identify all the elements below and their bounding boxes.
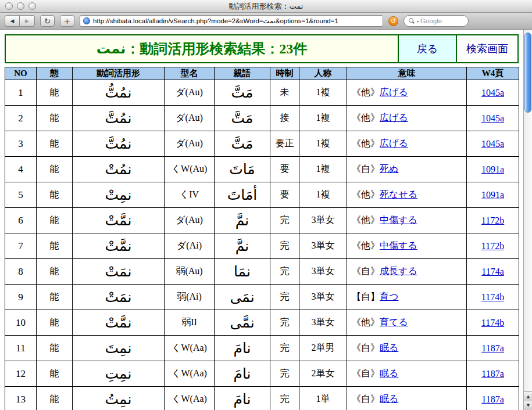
scroll-down-icon: ▼ bbox=[527, 403, 530, 408]
meaning-link[interactable]: 死ぬ bbox=[380, 164, 398, 174]
vertical-scrollbar[interactable]: ▲ ▼ bbox=[523, 30, 532, 410]
page-link[interactable]: 1174b bbox=[481, 318, 504, 328]
search-dropdown-chevron-icon[interactable]: ▾ bbox=[417, 19, 419, 23]
meaning-link[interactable]: 育てる bbox=[380, 317, 408, 327]
cell-meaning: 《他》広げる bbox=[347, 131, 467, 157]
cell-voice: 能 bbox=[37, 131, 73, 157]
meaning-link[interactable]: 広げる bbox=[380, 87, 408, 97]
cell-page: 1091a bbox=[467, 182, 519, 208]
cell-meaning: 《他》死なせる bbox=[347, 182, 467, 208]
search-screen-button[interactable]: 検索画面 bbox=[456, 35, 517, 62]
cell-verb-form: نمِتُ bbox=[73, 387, 165, 410]
scroll-up-button[interactable]: ▲ bbox=[524, 392, 532, 401]
cell-parent-word: نمَّى bbox=[215, 310, 270, 336]
cell-page: 1187a bbox=[467, 336, 519, 361]
cell-type: くW(Aa) bbox=[165, 336, 215, 361]
cell-person: 2単女 bbox=[299, 361, 347, 387]
page-link[interactable]: 1172b bbox=[481, 241, 504, 251]
window-titlebar[interactable]: 動詞活用形検索：نمت bbox=[0, 0, 532, 13]
meaning-link[interactable]: 広げる bbox=[380, 138, 408, 148]
meaning-link[interactable]: 中傷する bbox=[380, 240, 417, 250]
search-input[interactable] bbox=[420, 17, 459, 24]
cell-person: 3単女 bbox=[299, 233, 347, 259]
cell-meaning: 《自》眠る bbox=[347, 336, 467, 361]
cell-verb-form: نمِتْ bbox=[73, 182, 165, 208]
page-link[interactable]: 1187a bbox=[481, 369, 504, 379]
back-link-button[interactable]: 戻る bbox=[398, 35, 456, 62]
close-button[interactable] bbox=[5, 2, 13, 10]
cell-type: ダ(Au) bbox=[165, 106, 215, 131]
cell-voice: 能 bbox=[37, 336, 73, 361]
page-link[interactable]: 1174b bbox=[481, 292, 504, 302]
meaning-link[interactable]: 眠る bbox=[380, 394, 398, 404]
snapback-icon[interactable]: ↺ bbox=[388, 16, 398, 26]
cell-verb-form: نمُتُّ bbox=[73, 80, 165, 106]
meaning-prefix: 《他》 bbox=[352, 215, 380, 225]
table-header-row: NO 態 動詞活用形 型名 親語 時制 人称 意味 W4頁 bbox=[5, 67, 519, 80]
meaning-link[interactable]: 死なせる bbox=[380, 189, 417, 199]
cell-no: 6 bbox=[5, 208, 37, 233]
cell-person: 2単男 bbox=[299, 336, 347, 361]
reload-button[interactable]: ↻ bbox=[40, 15, 55, 27]
minimize-button[interactable] bbox=[17, 2, 24, 10]
page-link[interactable]: 1187a bbox=[481, 394, 504, 404]
address-bar[interactable] bbox=[80, 15, 383, 27]
scroll-down-button[interactable]: ▼ bbox=[524, 401, 532, 410]
scrollbar-thumb[interactable] bbox=[524, 33, 531, 113]
page-link[interactable]: 1174a bbox=[481, 267, 504, 276]
back-button[interactable]: ◀ bbox=[5, 15, 20, 27]
cell-parent-word: نامَ bbox=[215, 387, 270, 410]
add-bookmark-button[interactable]: + bbox=[60, 15, 74, 27]
cell-tense: 完 bbox=[270, 361, 299, 387]
cell-voice: 能 bbox=[37, 310, 73, 336]
cell-meaning: 《自》死ぬ bbox=[347, 157, 467, 182]
cell-tense: 完 bbox=[270, 285, 299, 310]
cell-page: 1174a bbox=[467, 259, 519, 285]
table-row: 2 能 نمُتَّ ダ(Au) مَتَّ 接 1複 《他》広げる 1045a bbox=[5, 106, 519, 131]
cell-voice: 能 bbox=[37, 106, 73, 131]
meaning-prefix: 《他》 bbox=[352, 189, 380, 199]
cell-parent-word: نمَا bbox=[215, 259, 270, 285]
globe-favicon-icon[interactable] bbox=[83, 17, 90, 24]
meaning-link[interactable]: 広げる bbox=[380, 113, 408, 123]
search-icon[interactable] bbox=[408, 17, 415, 24]
cell-meaning: 《自》眠る bbox=[347, 361, 467, 387]
cell-meaning: 《他》育てる bbox=[347, 310, 467, 336]
page-link[interactable]: 1091a bbox=[481, 190, 504, 200]
table-row: 9 能 نمَتْ 弱(Ai) نمَى 完 3単女 【自】育つ 1174b bbox=[5, 285, 519, 310]
zoom-button[interactable] bbox=[28, 2, 36, 10]
page-link[interactable]: 1187a bbox=[481, 343, 504, 353]
page-link[interactable]: 1045a bbox=[481, 113, 504, 123]
meaning-link[interactable]: 眠る bbox=[380, 368, 398, 378]
col-header-form: 動詞活用形 bbox=[73, 67, 165, 80]
col-header-tense: 時制 bbox=[270, 67, 299, 80]
google-search-field[interactable]: ▾ bbox=[404, 15, 469, 27]
meaning-link[interactable]: 成長する bbox=[380, 266, 417, 276]
cell-no: 8 bbox=[5, 259, 37, 285]
meaning-link[interactable]: 中傷する bbox=[380, 215, 417, 225]
page-link[interactable]: 1172b bbox=[481, 215, 504, 225]
cell-person: 1単 bbox=[299, 387, 347, 410]
table-row: 4 能 نمُتْ くW(Au) مَاتَ 要 1複 《自》死ぬ 1091a bbox=[5, 157, 519, 182]
cell-tense: 未 bbox=[270, 80, 299, 106]
page-link[interactable]: 1045a bbox=[481, 139, 504, 149]
meaning-prefix: 《他》 bbox=[352, 138, 380, 148]
cell-verb-form: نمِتَ bbox=[73, 336, 165, 361]
cell-parent-word: مَتَّ bbox=[215, 106, 270, 131]
page-link[interactable]: 1091a bbox=[481, 164, 504, 174]
page-link[interactable]: 1045a bbox=[481, 88, 504, 98]
page-content: نمت：動詞活用形検索結果：23件 戻る 検索画面 NO 態 動詞活用形 型名 … bbox=[0, 30, 523, 410]
cell-type: 弱(Ai) bbox=[165, 285, 215, 310]
meaning-prefix: 《他》 bbox=[352, 240, 380, 250]
window-title: 動詞活用形検索：نمت bbox=[0, 1, 532, 12]
cell-tense: 完 bbox=[270, 208, 299, 233]
url-input[interactable] bbox=[93, 17, 380, 24]
meaning-prefix: 《自》 bbox=[352, 343, 380, 353]
cell-no: 4 bbox=[5, 157, 37, 182]
meaning-link[interactable]: 育つ bbox=[380, 292, 398, 301]
meaning-link[interactable]: 眠る bbox=[380, 343, 398, 353]
cell-page: 1187a bbox=[467, 387, 519, 410]
forward-button[interactable]: ▶ bbox=[20, 15, 35, 27]
nav-buttons: ◀ ▶ bbox=[5, 15, 35, 27]
window-controls bbox=[5, 2, 36, 10]
